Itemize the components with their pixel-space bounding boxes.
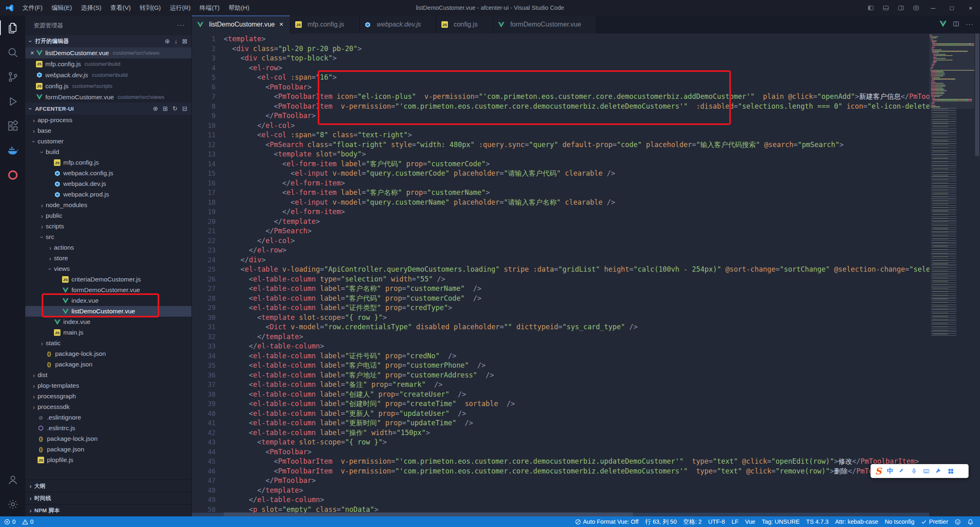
- line-number[interactable]: 8: [192, 102, 216, 112]
- prettier-status[interactable]: Prettier: [918, 516, 951, 527]
- code-line[interactable]: </template>: [224, 486, 929, 496]
- line-number[interactable]: 4: [192, 63, 216, 73]
- tree-file-plopfile.js[interactable]: JSplopfile.js: [25, 455, 192, 465]
- line-number[interactable]: 10: [192, 121, 216, 131]
- code-line[interactable]: <el-table-column label="操作" width="150px…: [224, 428, 929, 438]
- code-line[interactable]: <el-table-column label="证件类型" prop="cred…: [224, 303, 929, 313]
- tree-folder-store[interactable]: ›store: [25, 253, 192, 264]
- line-number[interactable]: 20: [192, 217, 216, 227]
- line-number[interactable]: 37: [192, 380, 216, 390]
- tree-file-main.js[interactable]: JSmain.js: [25, 327, 192, 338]
- line-number[interactable]: 35: [192, 361, 216, 371]
- line-number[interactable]: 15: [192, 169, 216, 179]
- line-number[interactable]: 28: [192, 294, 216, 304]
- tree-folder-scripts[interactable]: ›scripts: [25, 221, 192, 232]
- code-line[interactable]: <el-input v-model="query.customerName" p…: [224, 198, 929, 208]
- auto-format-status[interactable]: Auto Format Vue: Off: [572, 516, 642, 527]
- code-line[interactable]: <Dict v-model="row.credentialsType" disa…: [224, 322, 929, 332]
- feedback[interactable]: [951, 516, 964, 527]
- microphone-icon[interactable]: [911, 468, 918, 475]
- line-number[interactable]: 23: [192, 246, 216, 255]
- cursor-position[interactable]: 行 63, 列 50: [642, 516, 680, 527]
- eol[interactable]: LF: [728, 516, 742, 527]
- line-number[interactable]: 13: [192, 150, 216, 159]
- explorer-icon[interactable]: [0, 16, 25, 40]
- tree-folder-customer[interactable]: ›customer: [25, 136, 192, 147]
- run-debug-icon[interactable]: [0, 89, 25, 114]
- eos-platform-icon[interactable]: [0, 163, 25, 187]
- volar-tag-casing[interactable]: Tag: UNSURE: [759, 516, 803, 527]
- vertical-scrollbar[interactable]: [974, 33, 980, 516]
- code-lines[interactable]: <template> <div class="pl-20 pr-20 pb-20…: [224, 34, 929, 516]
- tsconfig-status[interactable]: No tsconfig: [882, 516, 918, 527]
- code-line[interactable]: <el-table-column type="selection" width=…: [224, 275, 929, 284]
- settings-gear-icon[interactable]: [0, 492, 25, 516]
- tree-folder-dist[interactable]: ›dist: [25, 370, 192, 380]
- code-line[interactable]: <el-table-column label="客户名称" prop="cust…: [224, 284, 929, 294]
- docker-icon[interactable]: [0, 138, 25, 163]
- code-line[interactable]: <el-table-column label="更新人" prop="updat…: [224, 409, 929, 419]
- line-number[interactable]: 19: [192, 207, 216, 217]
- line-number[interactable]: 22: [192, 236, 216, 246]
- code-line[interactable]: <el-table-column label="创建时间" prop="crea…: [224, 399, 929, 409]
- line-number[interactable]: 42: [192, 428, 216, 438]
- toggle-panel-icon[interactable]: [878, 0, 893, 16]
- open-editors-header[interactable]: › 打开的编辑器 ⊕↓⊠: [25, 35, 192, 47]
- line-number[interactable]: 7: [192, 92, 216, 102]
- line-number[interactable]: 43: [192, 438, 216, 447]
- menubar-item[interactable]: 转到(G): [135, 0, 165, 16]
- horizontal-scrollbar[interactable]: [224, 512, 929, 516]
- open-editor-item[interactable]: JSconfig.jscustomer\scripts: [25, 80, 192, 92]
- notifications[interactable]: [964, 516, 977, 527]
- errors-indicator[interactable]: 0: [1, 516, 19, 527]
- toggle-secondary-sidebar-icon[interactable]: [893, 0, 909, 16]
- line-number[interactable]: 46: [192, 467, 216, 476]
- line-number[interactable]: 16: [192, 179, 216, 188]
- close-all-editors-icon[interactable]: ⊠: [182, 38, 187, 45]
- code-line[interactable]: <template slot-scope="{ row }">: [224, 313, 929, 323]
- tree-folder-plop-templates[interactable]: ›plop-templates: [25, 380, 192, 391]
- sidebar-section-NPM 脚本[interactable]: ›NPM 脚本: [25, 504, 192, 516]
- line-number[interactable]: 45: [192, 457, 216, 467]
- code-line[interactable]: <template slot="body">: [224, 150, 929, 159]
- tree-file-criteriaDemoCustomer.js[interactable]: JScriteriaDemoCustomer.js: [25, 274, 192, 285]
- code-line[interactable]: <el-row>: [224, 63, 929, 73]
- ts-version[interactable]: TS 4.7.3: [803, 516, 832, 527]
- ime-toolbar[interactable]: S 中: [871, 464, 969, 478]
- code-line[interactable]: </PmToolbar>: [224, 111, 929, 121]
- tree-file-index.vue[interactable]: index.vue: [25, 317, 192, 327]
- tab-webpack.dev.js[interactable]: webpack.dev.js×: [360, 16, 437, 33]
- code-line[interactable]: </el-table-column>: [224, 495, 929, 505]
- line-number[interactable]: 49: [192, 495, 216, 505]
- code-line[interactable]: <PmToolbarItem v-permission="'com.primet…: [224, 102, 929, 112]
- line-number[interactable]: 48: [192, 486, 216, 496]
- open-editor-item[interactable]: ×listDemoCustomer.vuecustomer\src\views: [25, 47, 192, 58]
- wrench-icon[interactable]: [935, 468, 942, 475]
- tree-folder-node_modules[interactable]: ›node_modules: [25, 200, 192, 210]
- code-line[interactable]: </el-col>: [224, 121, 929, 131]
- tab-formDemoCustomer.vue[interactable]: formDemoCustomer.vue×: [493, 16, 597, 33]
- code-line[interactable]: </el-row>: [224, 246, 929, 255]
- project-root-header[interactable]: › AFCENTER-UI ⊕⊞↻⊟: [25, 103, 192, 115]
- customize-layout-icon[interactable]: [909, 0, 924, 16]
- code-line[interactable]: <el-table-column label="客户代码" prop="cust…: [224, 294, 929, 304]
- tree-folder-src[interactable]: ›src: [25, 232, 192, 242]
- line-number[interactable]: 30: [192, 313, 216, 323]
- line-number[interactable]: 2: [192, 44, 216, 54]
- tree-folder-views[interactable]: ›views: [25, 264, 192, 274]
- code-line[interactable]: <el-table-column label="更新时间" prop="upda…: [224, 418, 929, 428]
- code-line[interactable]: </template>: [224, 217, 929, 227]
- tree-file-listDemoCustomer.vue[interactable]: listDemoCustomer.vue: [25, 306, 192, 317]
- minimap[interactable]: [929, 33, 974, 516]
- close-icon[interactable]: ×: [29, 49, 36, 57]
- tree-folder-app-process[interactable]: ›app-process: [25, 115, 192, 125]
- tree-file-mfp.config.js[interactable]: JSmfp.config.js: [25, 157, 192, 168]
- code-line[interactable]: <el-col :span="16">: [224, 73, 929, 83]
- code-line[interactable]: <el-input v-model="query.customerCode" p…: [224, 169, 929, 179]
- open-editor-item[interactable]: formDemoCustomer.vuecustomer\src\views: [25, 92, 192, 103]
- line-number[interactable]: 21: [192, 226, 216, 236]
- minimize-button[interactable]: ─: [924, 0, 942, 16]
- code-line[interactable]: <div class="pl-20 pr-20 pb-20">: [224, 44, 929, 54]
- code-line[interactable]: </el-col>: [224, 236, 929, 246]
- code-line[interactable]: </el-form-item>: [224, 207, 929, 217]
